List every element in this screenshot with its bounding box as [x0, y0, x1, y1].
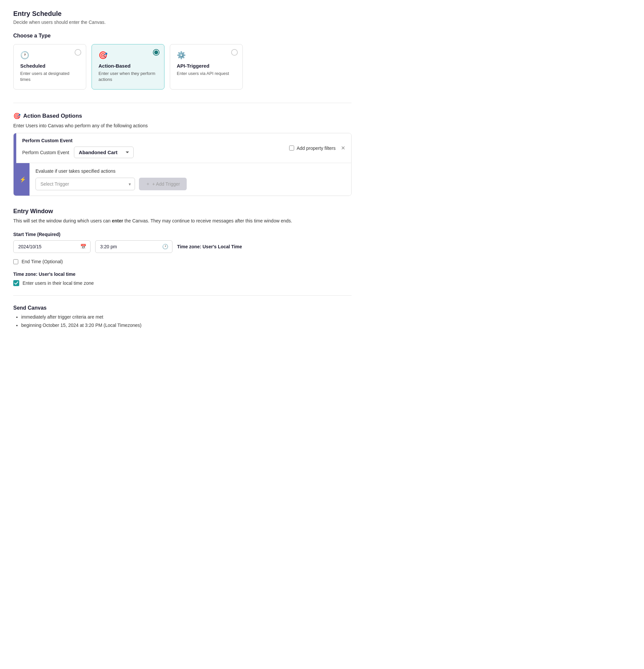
action-left-bar [14, 133, 16, 196]
end-time-checkbox[interactable] [13, 259, 18, 264]
plus-icon: ＋ [145, 181, 150, 187]
divider-2 [13, 295, 351, 296]
card-api-name: API-Triggered [177, 63, 236, 69]
radio-action-based[interactable] [153, 49, 159, 56]
card-scheduled-name: Scheduled [20, 63, 79, 69]
card-api-desc: Enter users via API request [177, 71, 236, 76]
page-subtitle: Decide when users should enter the Canva… [13, 19, 351, 25]
send-canvas-bullet-2: beginning October 15, 2024 at 3:20 PM (L… [21, 322, 351, 329]
add-property-area: Add property filters ✕ [289, 145, 346, 151]
trigger-inputs: Select Trigger ▾ ＋ + Add Trigger [36, 178, 345, 190]
event-label-text: Perform Custom Event [22, 150, 69, 155]
entry-window-desc: This will set the window during which us… [13, 217, 351, 225]
target-icon: 🎯 [98, 51, 157, 60]
end-time-label: End Time (Optional) [22, 259, 63, 264]
send-canvas-bullet-1: immediately after trigger criteria are m… [21, 314, 351, 321]
add-property-checkbox[interactable] [289, 145, 294, 151]
close-action-button[interactable]: ✕ [341, 145, 345, 151]
entry-window-desc-end: the Canvas. They may continue to receive… [123, 218, 292, 224]
action-row-inner: Perform Custom Event Abandoned Cart Purc… [22, 146, 289, 158]
start-time-label: Start Time (Required) [13, 232, 351, 237]
card-action-name: Action-Based [98, 63, 157, 69]
send-canvas-section: Send Canvas immediately after trigger cr… [13, 305, 351, 329]
radio-api-triggered[interactable] [231, 49, 238, 56]
add-property-label: Add property filters [297, 145, 336, 151]
choose-type-label: Choose a Type [13, 33, 351, 39]
local-time-checkbox[interactable] [13, 280, 19, 286]
local-time-section: Time zone: User's local time Enter users… [13, 271, 351, 286]
action-right-content: Perform Custom Event Perform Custom Even… [16, 133, 351, 196]
action-based-heading: 🎯 Action Based Options [13, 112, 351, 120]
trigger-select[interactable]: Select Trigger [36, 178, 135, 190]
type-card-scheduled[interactable]: 🕐 Scheduled Enter users at designated ti… [13, 44, 86, 89]
gear-icon: ⚙️ [177, 51, 236, 60]
card-action-desc: Enter user when they perform actions [98, 71, 157, 83]
trigger-sidebar: ⚡ [16, 163, 29, 196]
action-block-inner: Perform Custom Event Perform Custom Even… [14, 133, 351, 196]
trigger-desc: Evaluate if user takes specified actions [36, 168, 345, 174]
end-time-row: End Time (Optional) [13, 259, 351, 264]
type-card-api-triggered[interactable]: ⚙️ API-Triggered Enter users via API req… [170, 44, 243, 89]
target-section-icon: 🎯 [13, 112, 20, 120]
entry-window-desc-start: This will set the window during which us… [13, 218, 112, 224]
add-trigger-label: + Add Trigger [152, 181, 180, 187]
lightning-icon: ⚡ [19, 176, 26, 183]
type-cards: 🕐 Scheduled Enter users at designated ti… [13, 44, 351, 89]
divider-1 [13, 103, 351, 103]
checkmark-icon [14, 281, 18, 285]
datetime-row: 📅 🕐 Time zone: User's Local Time [13, 240, 351, 253]
entry-window-desc-bold: enter [112, 218, 123, 224]
send-canvas-title: Send Canvas [13, 305, 351, 311]
page-title: Entry Schedule [13, 10, 351, 17]
perform-custom-event-row: Perform Custom Event Perform Custom Even… [16, 133, 351, 163]
local-time-row: Enter users in their local time zone [13, 280, 351, 286]
action-row-title: Perform Custom Event [22, 138, 289, 143]
time-input-wrap: 🕐 [95, 240, 172, 253]
add-trigger-button[interactable]: ＋ + Add Trigger [139, 178, 187, 190]
action-block: Perform Custom Event Perform Custom Even… [13, 133, 351, 196]
event-select[interactable]: Abandoned Cart Purchase Page View [74, 146, 134, 158]
action-based-title: Action Based Options [23, 113, 82, 119]
entry-window-title: Entry Window [13, 208, 351, 215]
card-scheduled-desc: Enter users at designated times [20, 71, 79, 83]
action-intro-text: Enter Users into Canvas who perform any … [13, 123, 351, 128]
start-date-input[interactable] [13, 240, 90, 253]
trigger-content: Evaluate if user takes specified actions… [29, 163, 351, 196]
local-time-section-label: Time zone: User's local time [13, 271, 351, 277]
start-time-input[interactable] [95, 240, 172, 253]
radio-scheduled[interactable] [75, 49, 81, 56]
action-row-label-col: Perform Custom Event Perform Custom Even… [22, 138, 289, 158]
timezone-label: Time zone: User's Local Time [177, 244, 242, 249]
local-time-checkbox-label: Enter users in their local time zone [23, 281, 94, 286]
trigger-row: ⚡ Evaluate if user takes specified actio… [16, 163, 351, 196]
type-card-action-based[interactable]: 🎯 Action-Based Enter user when they perf… [92, 44, 165, 89]
date-input-wrap: 📅 [13, 240, 90, 253]
clock-icon: 🕐 [20, 51, 79, 60]
trigger-select-wrap: Select Trigger ▾ [36, 178, 135, 190]
send-canvas-list: immediately after trigger criteria are m… [13, 314, 351, 329]
